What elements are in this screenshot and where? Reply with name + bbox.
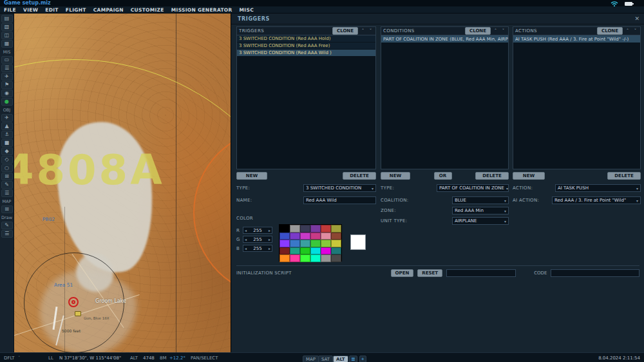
triggers-icon[interactable]: ⚑: [1, 81, 13, 89]
palette-swatch[interactable]: [331, 225, 341, 233]
conditions-move-up-icon[interactable]: ˄: [493, 28, 498, 33]
color-r-stepper[interactable]: ◂255▸: [243, 227, 272, 234]
step-right-icon[interactable]: ▸: [267, 237, 272, 242]
measure-tool-icon[interactable]: ⌖: [359, 356, 366, 362]
static-object-icon[interactable]: ◆: [1, 148, 13, 155]
actions-clone-button[interactable]: CLONE: [597, 27, 623, 35]
palette-swatch[interactable]: [310, 225, 321, 233]
menu-item-flight[interactable]: FLIGHT: [66, 7, 86, 13]
conditions-clone-button[interactable]: CLONE: [465, 27, 491, 35]
color-g-stepper[interactable]: ◂255▸: [243, 236, 272, 243]
open-mission-icon[interactable]: ▧: [1, 23, 13, 31]
weather-icon[interactable]: ☰: [1, 64, 13, 72]
briefing-icon[interactable]: ▭: [1, 56, 13, 64]
palette-swatch[interactable]: [321, 254, 331, 262]
palette-swatch[interactable]: [300, 233, 310, 240]
menu-item-mission-generator[interactable]: MISSION GENERATOR: [171, 7, 232, 13]
palette-swatch[interactable]: [290, 233, 300, 240]
coordinate-grid-toggle-icon[interactable]: ≣: [349, 356, 357, 362]
validate-icon[interactable]: ●: [1, 98, 13, 106]
trigger-list-item[interactable]: 3 SWITCHED CONDITION (Red AAA Wild ): [237, 50, 375, 57]
init-script-open-button[interactable]: OPEN: [391, 269, 414, 277]
code-input[interactable]: [551, 269, 639, 277]
palette-swatch[interactable]: [300, 254, 310, 262]
menu-item-customize[interactable]: CUSTOMIZE: [131, 7, 164, 13]
new-mission-icon[interactable]: ▤: [1, 15, 13, 23]
palette-swatch[interactable]: [279, 247, 290, 255]
template-icon[interactable]: ◇: [1, 156, 13, 164]
grid-icon[interactable]: ⊞: [1, 173, 13, 180]
palette-swatch[interactable]: [290, 254, 300, 262]
step-left-icon[interactable]: ◂: [243, 246, 248, 251]
palette-swatch[interactable]: [279, 240, 290, 247]
palette-swatch[interactable]: [310, 233, 321, 240]
condition-new-button[interactable]: NEW: [381, 172, 410, 180]
trigger-new-button[interactable]: NEW: [236, 172, 267, 180]
unit-type-select[interactable]: AIRPLANE ▾: [452, 217, 509, 225]
gun-unit-icon[interactable]: [75, 311, 81, 316]
menu-item-campaign[interactable]: CAMPAIGN: [93, 7, 124, 13]
action-list-item[interactable]: AI TASK PUSH (Red AAA / 3. Fire at Point…: [513, 35, 640, 43]
palette-swatch[interactable]: [321, 225, 331, 233]
helicopter-icon[interactable]: ▲: [1, 122, 13, 130]
palette-swatch[interactable]: [331, 240, 341, 247]
actions-move-up-icon[interactable]: ˄: [625, 28, 630, 33]
map-layers-icon[interactable]: ⊞: [1, 205, 13, 213]
palette-swatch[interactable]: [300, 240, 310, 247]
step-left-icon[interactable]: ◂: [243, 228, 248, 233]
zone-select[interactable]: Red AAA Min ▾: [452, 207, 509, 214]
palette-swatch[interactable]: [300, 225, 310, 233]
mission-options-icon[interactable]: ▦: [1, 40, 13, 48]
vehicle-icon[interactable]: ■: [1, 139, 13, 147]
action-new-button[interactable]: NEW: [513, 172, 545, 180]
trigger-zone-icon[interactable]: ○: [1, 164, 13, 172]
actions-move-down-icon[interactable]: ˅: [632, 28, 638, 33]
trigger-type-select[interactable]: 3 SWITCHED CONDITION ▾: [303, 184, 376, 192]
init-script-reset-button[interactable]: RESET: [417, 269, 442, 277]
step-right-icon[interactable]: ▸: [267, 246, 272, 251]
palette-swatch[interactable]: [310, 254, 321, 262]
palette-swatch[interactable]: [290, 247, 300, 255]
palette-swatch[interactable]: [321, 247, 331, 255]
draw-shape-icon[interactable]: ✎: [1, 222, 13, 229]
list-icon[interactable]: ☰: [1, 189, 13, 197]
triggers-move-up-icon[interactable]: ˄: [360, 28, 366, 33]
palette-swatch[interactable]: [321, 240, 331, 247]
coalition-select[interactable]: BLUE ▾: [452, 196, 509, 204]
palette-swatch[interactable]: [331, 247, 341, 255]
map-layer-button[interactable]: MAP: [303, 356, 319, 362]
menu-item-misc[interactable]: MISC: [240, 7, 254, 13]
condition-type-select[interactable]: PART OF COALITION IN ZONE ▾: [437, 184, 509, 192]
close-icon[interactable]: ✕: [634, 15, 639, 22]
condition-list-item[interactable]: PART OF COALITION IN ZONE (BLUE, Red AAA…: [381, 35, 508, 43]
palette-swatch[interactable]: [310, 247, 321, 255]
map-canvas[interactable]: 4808A PB02 Area 51 Groom Lake 5000 feet …: [14, 14, 231, 352]
palette-swatch[interactable]: [310, 240, 321, 247]
palette-swatch[interactable]: [300, 247, 310, 255]
action-type-select[interactable]: AI TASK PUSH ▾: [555, 184, 641, 192]
conditions-move-down-icon[interactable]: ˅: [500, 28, 506, 33]
trigger-name-input[interactable]: Red AAA Wild: [303, 196, 376, 204]
palette-swatch[interactable]: [331, 233, 341, 240]
step-left-icon[interactable]: ◂: [243, 237, 248, 242]
palette-swatch[interactable]: [279, 233, 290, 240]
trigger-delete-button[interactable]: DELETE: [343, 172, 376, 180]
trigger-list-item[interactable]: 3 SWITCHED CONDITION (Red AAA Free): [237, 43, 375, 50]
palette-swatch[interactable]: [290, 225, 300, 233]
palette-swatch[interactable]: [321, 233, 331, 240]
flight-plan-icon[interactable]: ✈: [1, 73, 13, 81]
init-script-input[interactable]: [446, 269, 516, 277]
theme-preset[interactable]: DFLT: [4, 356, 15, 361]
draw-text-icon[interactable]: ☰: [1, 230, 13, 238]
ship-icon[interactable]: ⚓: [1, 131, 13, 138]
label-icon[interactable]: ✎: [1, 181, 13, 189]
step-right-icon[interactable]: ▸: [267, 228, 272, 233]
triggers-clone-button[interactable]: CLONE: [332, 27, 358, 35]
sat-layer-button[interactable]: SAT: [318, 356, 333, 362]
palette-swatch[interactable]: [331, 254, 341, 262]
palette-swatch[interactable]: [279, 254, 290, 262]
airplane-icon[interactable]: ✈: [1, 114, 13, 122]
menu-item-view[interactable]: VIEW: [23, 7, 38, 13]
goals-icon[interactable]: ◉: [1, 90, 13, 97]
condition-or-button[interactable]: OR: [434, 172, 452, 180]
